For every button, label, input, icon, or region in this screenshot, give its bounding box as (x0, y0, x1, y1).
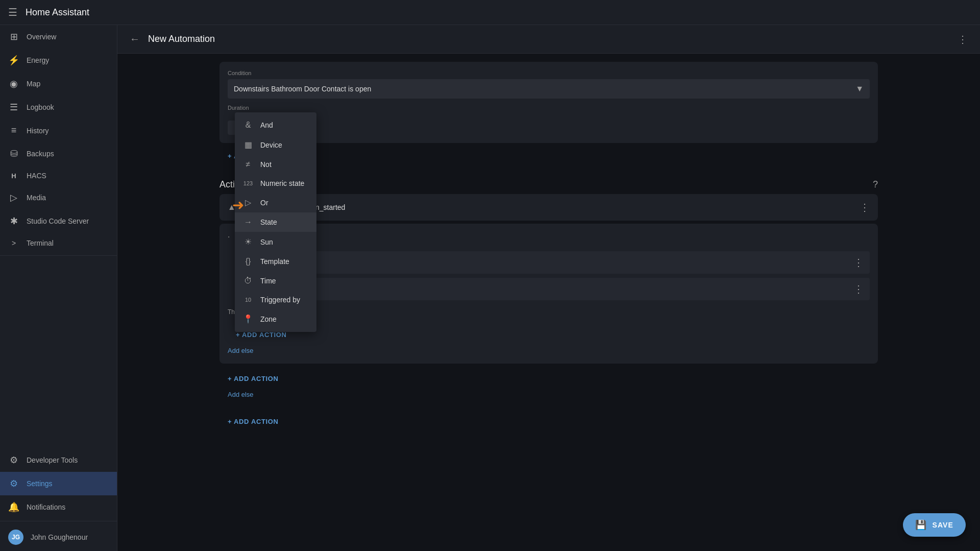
sidebar-item-overview[interactable]: ⊞ Overview (0, 25, 117, 49)
sidebar-item-hacs[interactable]: H HACS (0, 165, 117, 186)
sidebar-label-media: Media (27, 194, 46, 202)
sidebar-item-map[interactable]: ◉ Map (0, 72, 117, 95)
dropdown-item-and[interactable]: & And (235, 115, 316, 135)
media-icon: ▷ (8, 192, 19, 203)
sidebar-label-map: Map (27, 80, 40, 88)
sidebar-item-studio-code-server[interactable]: ✱ Studio Code Server (0, 209, 117, 233)
sidebar-label-history: History (27, 127, 49, 135)
sidebar-label-developer-tools: Developer Tools (27, 456, 78, 464)
add-action-mid-button[interactable]: + ADD ACTION (219, 370, 287, 388)
condition-chevron-icon: ▼ (855, 84, 864, 93)
save-icon: 💾 (915, 519, 927, 531)
sidebar-item-user[interactable]: JG John Goughenour (0, 523, 117, 551)
actions-section: Actions ? ▲ When triggered by motion_sta… (219, 173, 878, 430)
sidebar-label-user: John Goughenour (31, 533, 88, 541)
action-if-header: · If* (219, 224, 878, 250)
history-icon: ≡ (8, 125, 19, 136)
duration-label: Duration (228, 105, 870, 111)
dropdown-item-triggered-by[interactable]: 10 Triggered by (235, 291, 316, 309)
sidebar-label-overview: Overview (27, 33, 56, 41)
sidebar-divider-2 (0, 521, 117, 521)
sidebar-item-media[interactable]: ▷ Media (0, 186, 117, 209)
action-row-1-more-icon[interactable]: ⋮ (860, 201, 870, 213)
sun-icon: ☀ (243, 237, 253, 247)
and-icon: & (243, 121, 253, 130)
if-secondary-row: if: ⋮ (219, 277, 878, 303)
developer-tools-icon: ⚙ (8, 454, 19, 466)
device-icon: ▦ (243, 140, 253, 150)
back-button[interactable]: ← (130, 33, 140, 45)
dropdown-item-template[interactable]: {} Template (235, 252, 316, 271)
sidebar: ⊞ Overview ⚡ Energy ◉ Map ☰ Logbook ≡ Hi… (0, 25, 117, 551)
dropdown-label-device: Device (260, 141, 282, 149)
dropdown-item-time[interactable]: ⏱ Time (235, 271, 316, 291)
sidebar-bottom: ⚙ Developer Tools ⚙ Settings 🔔 Notificat… (0, 448, 117, 551)
zone-icon: 📍 (243, 314, 253, 324)
help-icon[interactable]: ? (873, 179, 878, 190)
studio-code-icon: ✱ (8, 215, 19, 227)
dropdown-item-or[interactable]: ▷ Or (235, 193, 316, 212)
dropdown-item-not[interactable]: ≠ Not (235, 155, 316, 174)
menu-icon[interactable]: ☰ (8, 6, 17, 18)
page-menu-icon[interactable]: ⋮ (958, 33, 968, 45)
add-else-mid-link[interactable]: Add else (219, 388, 878, 401)
main-layout: ⊞ Overview ⚡ Energy ◉ Map ☰ Logbook ≡ Hi… (0, 25, 980, 551)
sidebar-item-developer-tools[interactable]: ⚙ Developer Tools (0, 448, 117, 472)
sidebar-item-notifications[interactable]: 🔔 Notifications (0, 495, 117, 519)
condition-section: Condition Downstairs Bathroom Door Conta… (219, 62, 878, 173)
dropdown-item-sun[interactable]: ☀ Sun (235, 232, 316, 252)
action-trigger-text: motion_started (298, 203, 853, 211)
not-icon: ≠ (243, 160, 253, 169)
notifications-icon: 🔔 (8, 501, 19, 513)
sidebar-label-studio: Studio Code Server (27, 217, 89, 225)
sidebar-label-settings: Settings (27, 480, 53, 488)
dropdown-item-zone[interactable]: 📍 Zone (235, 309, 316, 329)
settings-icon: ⚙ (8, 478, 19, 489)
time-icon: ⏱ (243, 276, 253, 285)
add-else-inner-link[interactable]: Add else (228, 344, 870, 357)
dropdown-label-state: State (260, 218, 277, 226)
dropdown-label-or: Or (260, 199, 268, 207)
state-icon: → (243, 218, 253, 227)
sidebar-item-terminal[interactable]: > Terminal (0, 233, 117, 253)
action-row-1: ▲ When triggered by motion_started ⋮ (219, 194, 878, 221)
condition-type-dropdown: & And ▦ Device ≠ Not 123 Numeric state ▷… (235, 112, 316, 332)
dropdown-label-not: Not (260, 160, 272, 169)
dropdown-item-state[interactable]: → State (235, 212, 316, 232)
action-if-block: · If* motion_started ⋮ if: (219, 224, 878, 364)
dropdown-label-numeric-state: Numeric state (260, 179, 304, 187)
if-motion-row: motion_started ⋮ (219, 250, 878, 277)
dropdown-item-device[interactable]: ▦ Device (235, 135, 316, 155)
map-icon: ◉ (8, 78, 19, 89)
add-action-mid-section: + ADD ACTION Add else (219, 367, 878, 401)
condition-select[interactable]: Downstairs Bathroom Door Contact is open… (228, 79, 870, 99)
overview-icon: ⊞ (8, 31, 19, 42)
add-action-footer-button[interactable]: + ADD ACTION (219, 413, 287, 430)
dropdown-label-sun: Sun (260, 238, 273, 246)
if-motion-more-icon[interactable]: ⋮ (853, 256, 864, 269)
sidebar-item-energy[interactable]: ⚡ Energy (0, 49, 117, 72)
dropdown-label-time: Time (260, 277, 276, 285)
save-button[interactable]: 💾 SAVE (903, 513, 966, 537)
if-secondary-more-icon[interactable]: ⋮ (853, 283, 864, 295)
triggered-by-icon: 10 (243, 297, 253, 303)
dropdown-item-numeric-state[interactable]: 123 Numeric state (235, 174, 316, 193)
if-collapse-icon[interactable]: · (228, 232, 230, 242)
backups-icon: ⛁ (8, 148, 19, 159)
if-secondary-card: if: ⋮ (240, 278, 870, 300)
sidebar-item-backups[interactable]: ⛁ Backups (0, 142, 117, 165)
sidebar-item-history[interactable]: ≡ History (0, 119, 117, 142)
sidebar-label-terminal: Terminal (27, 239, 54, 247)
add-action-footer-section: + ADD ACTION (219, 410, 878, 430)
condition-value: Downstairs Bathroom Door Contact is open (234, 85, 371, 93)
hacs-icon: H (8, 172, 19, 180)
page-header: ← New Automation ⋮ (117, 25, 980, 54)
energy-icon: ⚡ (8, 55, 19, 66)
dropdown-label-and: And (260, 121, 273, 129)
sidebar-item-settings[interactable]: ⚙ Settings (0, 472, 117, 495)
then-content: + ADD ACTION Add else (219, 319, 878, 364)
sidebar-item-logbook[interactable]: ☰ Logbook (0, 95, 117, 119)
topbar: ☰ Home Assistant (0, 0, 980, 25)
app-title: Home Assistant (26, 7, 89, 18)
sidebar-label-logbook: Logbook (27, 103, 54, 111)
